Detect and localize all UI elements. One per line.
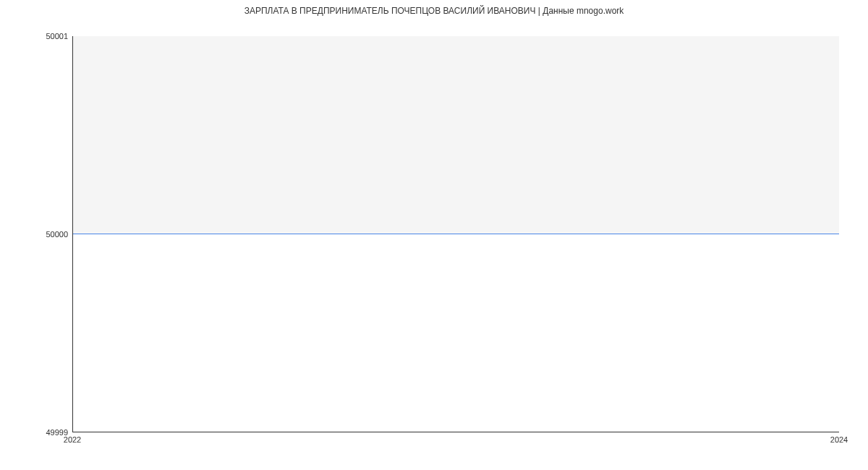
fill-region [73,36,839,234]
plot-area [72,36,839,432]
x-tick-label: 2022 [64,435,81,444]
y-tick-label: 50001 [46,32,68,40]
y-tick-label: 50000 [46,230,68,239]
x-tick-label: 2024 [830,435,848,444]
chart-title: ЗАРПЛАТА В ПРЕДПРИНИМАТЕЛЬ ПОЧЕПЦОВ ВАСИ… [0,6,868,16]
data-line [73,234,839,234]
